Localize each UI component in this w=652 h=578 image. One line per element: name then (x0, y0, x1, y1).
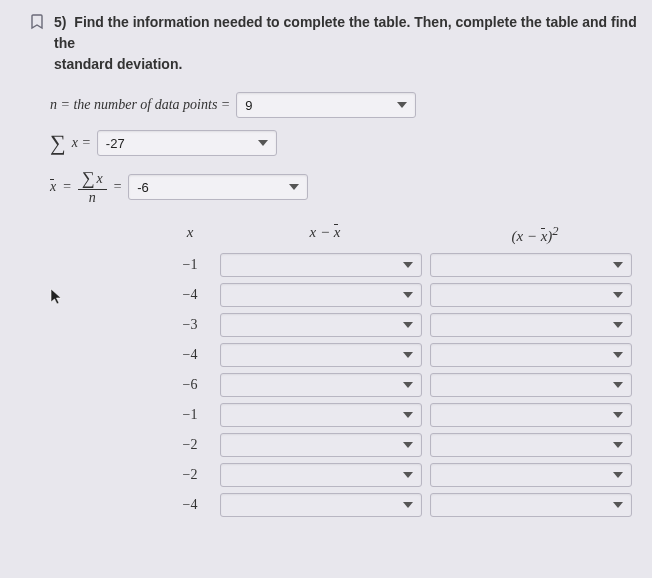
col-header-diff: x − x (220, 224, 430, 245)
chevron-down-icon (258, 140, 268, 146)
chevron-down-icon (403, 412, 413, 418)
x-value: −4 (160, 497, 220, 513)
chevron-down-icon (403, 502, 413, 508)
sq-dropdown[interactable] (430, 283, 632, 307)
table-row: −1 (160, 253, 652, 277)
sq-dropdown[interactable] (430, 463, 632, 487)
chevron-down-icon (613, 412, 623, 418)
sum-dropdown[interactable]: -27 (97, 130, 277, 156)
diff-dropdown[interactable] (220, 373, 422, 397)
table-row: −2 (160, 433, 652, 457)
table-row: −4 (160, 343, 652, 367)
table-row: −6 (160, 373, 652, 397)
equals-2: = (113, 179, 122, 195)
sq-dropdown[interactable] (430, 433, 632, 457)
sq-dropdown[interactable] (430, 493, 632, 517)
chevron-down-icon (613, 442, 623, 448)
chevron-down-icon (613, 502, 623, 508)
diff-dropdown[interactable] (220, 343, 422, 367)
table-row: −4 (160, 493, 652, 517)
mean-value: -6 (137, 180, 149, 195)
chevron-down-icon (403, 472, 413, 478)
chevron-down-icon (613, 352, 623, 358)
chevron-down-icon (403, 322, 413, 328)
fraction: ∑x n (78, 168, 107, 206)
x-value: −4 (160, 347, 220, 363)
bookmark-icon[interactable] (30, 14, 46, 33)
x-value: −6 (160, 377, 220, 393)
x-value: −1 (160, 407, 220, 423)
sq-dropdown[interactable] (430, 253, 632, 277)
x-value: −1 (160, 257, 220, 273)
sigma-icon: ∑ (50, 130, 66, 156)
col-header-x: x (160, 224, 220, 245)
chevron-down-icon (403, 382, 413, 388)
chevron-down-icon (613, 322, 623, 328)
diff-dropdown[interactable] (220, 253, 422, 277)
n-value: 9 (245, 98, 252, 113)
xbar-symbol: x (50, 179, 56, 195)
sq-dropdown[interactable] (430, 373, 632, 397)
equals-1: = (62, 179, 71, 195)
chevron-down-icon (613, 382, 623, 388)
diff-dropdown[interactable] (220, 493, 422, 517)
x-value: −2 (160, 437, 220, 453)
n-dropdown[interactable]: 9 (236, 92, 416, 118)
chevron-down-icon (613, 292, 623, 298)
chevron-down-icon (403, 262, 413, 268)
sum-label: x = (72, 135, 91, 151)
mean-dropdown[interactable]: -6 (128, 174, 308, 200)
chevron-down-icon (289, 184, 299, 190)
diff-dropdown[interactable] (220, 313, 422, 337)
diff-dropdown[interactable] (220, 433, 422, 457)
sum-value: -27 (106, 136, 125, 151)
question-number: 5) (54, 14, 66, 30)
chevron-down-icon (397, 102, 407, 108)
diff-dropdown[interactable] (220, 463, 422, 487)
sq-dropdown[interactable] (430, 313, 632, 337)
diff-dropdown[interactable] (220, 403, 422, 427)
table-row: −2 (160, 463, 652, 487)
question-subtext: standard deviation. (54, 56, 652, 72)
chevron-down-icon (613, 262, 623, 268)
sq-dropdown[interactable] (430, 403, 632, 427)
chevron-down-icon (403, 352, 413, 358)
data-table: x x − x (x − x)2 −1−4−3−4−6−1−2−2−4 (160, 224, 652, 517)
table-row: −4 (160, 283, 652, 307)
chevron-down-icon (403, 292, 413, 298)
x-value: −4 (160, 287, 220, 303)
x-value: −3 (160, 317, 220, 333)
cursor-icon (50, 288, 64, 306)
table-row: −1 (160, 403, 652, 427)
chevron-down-icon (403, 442, 413, 448)
question-text: Find the information needed to complete … (54, 14, 637, 51)
col-header-sq: (x − x)2 (430, 224, 640, 245)
sq-dropdown[interactable] (430, 343, 632, 367)
chevron-down-icon (613, 472, 623, 478)
table-row: −3 (160, 313, 652, 337)
x-value: −2 (160, 467, 220, 483)
n-label: n = the number of data points = (50, 97, 230, 113)
diff-dropdown[interactable] (220, 283, 422, 307)
